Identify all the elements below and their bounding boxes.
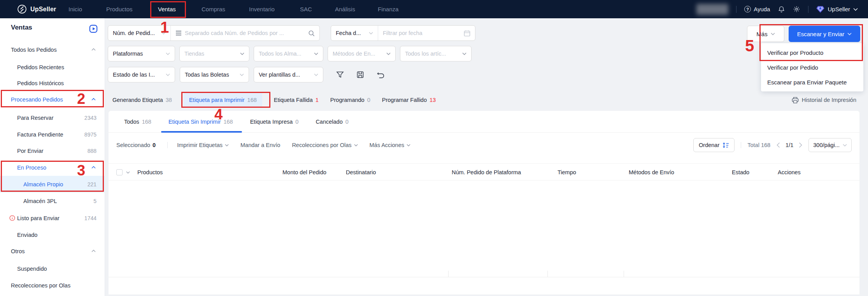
chevron-down-icon [407,144,410,147]
row-divider [109,277,859,277]
invoice-status-select[interactable]: Estado de las I... [108,67,175,82]
date-field-select[interactable]: Fecha d... [331,26,378,40]
reset-undo-icon[interactable] [377,71,385,79]
gear-icon[interactable] [793,5,800,13]
account-menu[interactable]: UpSeller [816,6,858,13]
col-tiempo: Tiempo [558,164,576,181]
tab-generando-etiqueta[interactable]: Generando Etiqueta38 [112,97,172,103]
stores-select[interactable]: Tiendas [179,46,249,61]
select-all-checkbox[interactable] [116,169,123,175]
sort-button[interactable]: Ordenar [693,138,735,152]
col-productos: Productos [137,164,163,181]
subtab-etiqueta-sin-imprimir[interactable]: Etiqueta Sin Imprimir168 [168,119,233,125]
order-field-select[interactable]: Núm. de Pedid... [108,26,170,40]
count-badge: 8975 [84,131,96,138]
date-range-box [378,26,475,40]
chevron-down-icon [314,74,318,76]
subtab-etiqueta-impresa[interactable]: Etiqueta Impresa0 [250,119,299,125]
nav-item-inventario[interactable]: Inventario [249,0,275,18]
chevron-down-icon [462,53,466,55]
sidebar-item-otros[interactable]: Otros [0,243,105,259]
select-dropdown-icon[interactable] [126,171,130,174]
help-button[interactable]: ? Ayuda [744,6,770,12]
sidebar-item-suspendido[interactable]: Suspendido [0,260,105,277]
pagination-cluster: Ordenar Total 168 1/1 300/pági... [693,138,852,152]
bulk-actions-toolbar: Seleccionado0 Imprimir Etiquetas Mandar … [109,133,859,158]
sidebar-item-pedidos-recientes[interactable]: Pedidos Recientes [0,59,105,75]
sidebar-item-por-enviar[interactable]: Por Enviar888 [0,142,105,159]
count-badge: 1744 [84,215,96,221]
tab-programar-fallido[interactable]: Programar Fallido13 [382,97,436,103]
menu-item-verificar-por-pedido[interactable]: Verificar por Pedido [761,60,863,75]
wave-pick-action[interactable]: Recolecciones por Olas [292,142,358,148]
scan-and-send-button[interactable]: Escanear y Enviar [789,26,860,42]
nav-item-compras[interactable]: Compras [202,0,225,18]
next-page-icon[interactable] [799,142,802,148]
warehouses-select[interactable]: Todos los Alma... [254,46,323,61]
upseller-logo-icon [17,4,27,14]
chevron-down-icon [847,33,852,35]
calendar-icon[interactable] [464,30,470,37]
sidebar-item-en-proceso[interactable]: En Proceso [0,159,105,176]
tab-programando[interactable]: Programando0 [330,97,370,103]
send-to-shipping-action[interactable]: Mandar a Envío [240,142,280,148]
sidebar: Ventas Todos los Pedidos Pedidos Recient… [0,18,105,296]
menu-item-verificar-por-producto[interactable]: Verificar por Producto [761,45,863,60]
tab-etiqueta-para-imprimir[interactable]: Etiqueta para Imprimir168 [184,92,262,108]
sidebar-item-almacen-propio[interactable]: Almacén Propio221 [0,176,105,193]
sidebar-item-todos-los-pedidos[interactable]: Todos los Pedidos [0,41,105,58]
menu-item-escanear-para-enviar-paquete[interactable]: Escanear para Enviar Paquete [761,75,863,89]
print-labels-action[interactable]: Imprimir Etiquetas [177,142,229,148]
chevron-down-icon [240,53,244,55]
toolbar-divider [167,142,168,148]
order-search-input[interactable] [185,30,305,36]
nav-item-analisis[interactable]: Análisis [335,0,355,18]
nav-item-productos[interactable]: Productos [106,0,133,18]
subtab-cancelado[interactable]: Cancelado0 [316,119,348,125]
prev-page-icon[interactable] [777,142,780,148]
video-tutorial-icon[interactable] [89,25,98,33]
sidebar-item-para-reservar[interactable]: Para Reservar2343 [0,109,105,126]
shipping-methods-select[interactable]: Métodos de En... [328,46,396,61]
brand[interactable]: UpSeller [17,0,56,18]
sidebar-item-listo-para-enviar[interactable]: Listo para Enviar1744 [0,210,105,226]
date-filter-group: Fecha d... [331,25,475,41]
sidebar-item-procesando-pedidos[interactable]: Procesando Pedidos [0,91,105,108]
subtab-todos[interactable]: Todos168 [124,119,151,125]
sidebar-title: Ventas [11,24,32,32]
tab-etiqueta-fallida[interactable]: Etiqueta Fallida1 [274,97,319,103]
nav-item-ventas[interactable]: Ventas [158,0,176,18]
more-actions-menu[interactable]: Más Acciones [370,142,410,148]
sort-icon [722,142,729,148]
sidebar-item-enviado[interactable]: Enviado [0,226,105,243]
boletas-select[interactable]: Todas las Boletas [180,67,249,82]
col-metodos-de-envio: Métodos de Envío [629,164,674,181]
sidebar-item-pedidos-historicos[interactable]: Pedidos Históricos [0,75,105,91]
nav-item-inicio[interactable]: Inicio [68,0,82,18]
chevron-up-icon [91,48,96,51]
filter-row-2: Plataformas Tiendas Todos los Alma... Mé… [108,46,472,61]
more-button[interactable]: Más [747,26,784,42]
filter-row-3: Estado de las I... Todas las Boletas Ver… [108,67,385,82]
search-icon[interactable] [308,30,315,37]
platforms-select[interactable]: Plataformas [108,46,175,61]
templates-select[interactable]: Ver plantillas d... [254,67,323,82]
sidebar-item-recolecciones-por-olas[interactable]: Recolecciones por Olas [0,277,105,294]
sidebar-item-almacen-3pl[interactable]: Almacén 3PL5 [0,193,105,209]
filter-row-1: Núm. de Pedid... Fecha d... [108,25,475,41]
column-divider [547,271,548,277]
print-history-link[interactable]: Historial de Impresión [792,97,856,103]
nav-item-sac[interactable]: SAC [300,0,312,18]
filter-funnel-icon[interactable] [336,71,344,79]
total-count: Total 168 [747,142,770,148]
bell-icon[interactable] [778,5,785,13]
nav-item-finanza[interactable]: Finanza [378,0,398,18]
sidebar-item-factura-pendiente[interactable]: Factura Pendiente8975 [0,126,105,143]
page-size-select[interactable]: 300/pági... [808,138,852,152]
articles-select[interactable]: Todos los artíc... [400,46,472,61]
hamburger-icon[interactable] [175,31,182,35]
chevron-down-icon [240,74,244,76]
save-filter-icon[interactable] [356,71,364,79]
nav-right-cluster: ? Ayuda UpSeller [696,0,858,18]
date-filter-input[interactable] [383,30,461,36]
